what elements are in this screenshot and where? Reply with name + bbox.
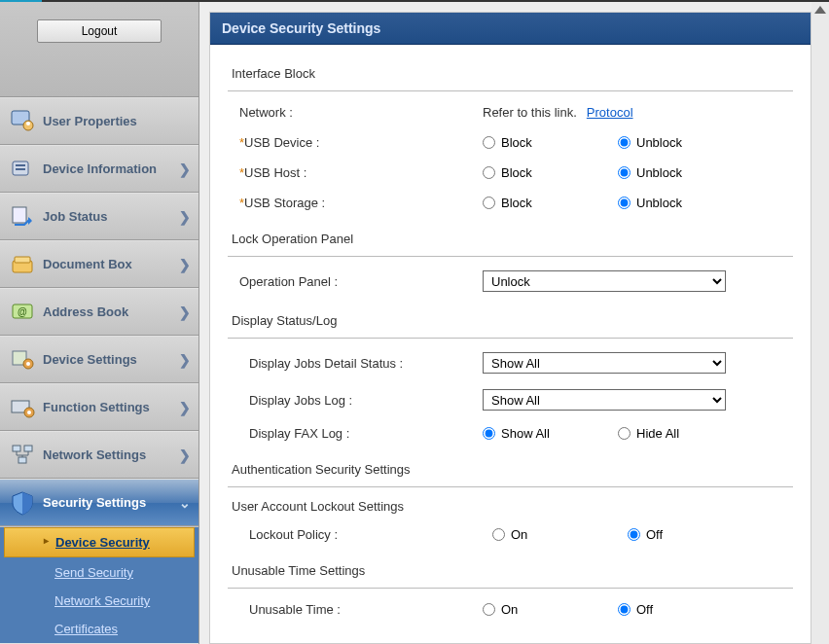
display-fax-log-label: Display FAX Log :	[239, 426, 483, 441]
usb-host-block-radio[interactable]	[483, 166, 495, 179]
display-jobs-detail-select[interactable]: Show All	[483, 352, 726, 374]
display-jobs-log-select[interactable]: Show All	[483, 389, 726, 411]
fax-log-show-all-radio[interactable]	[483, 427, 495, 440]
network-label: Network :	[239, 105, 483, 120]
shield-icon	[8, 488, 37, 518]
svg-point-17	[27, 411, 31, 414]
unusable-time-label: Unusable Time :	[239, 602, 483, 617]
sidebar-item-label: Security Settings	[43, 495, 146, 510]
user-lockout-title: User Account Lockout Settings	[228, 493, 793, 519]
svg-rect-6	[13, 207, 26, 223]
logout-button[interactable]: Logout	[37, 19, 162, 43]
lockout-off-radio[interactable]	[628, 528, 640, 541]
logout-area: Logout	[0, 2, 198, 97]
subnav-device-security[interactable]: Device Security	[4, 527, 195, 557]
chevron-right-icon: ❯	[179, 304, 191, 320]
usb-storage-unblock-radio[interactable]	[618, 197, 631, 209]
svg-marker-7	[28, 217, 32, 225]
scroll-up-icon[interactable]	[814, 6, 826, 14]
chevron-down-icon: ⌄	[179, 495, 191, 511]
protocol-link[interactable]: Protocol	[587, 105, 633, 120]
chevron-right-icon: ❯	[179, 447, 191, 463]
document-box-icon	[8, 250, 37, 279]
svg-rect-5	[16, 168, 25, 170]
section-auth-security: Authentication Security Settings	[228, 448, 793, 487]
fax-log-hide-all-radio[interactable]	[618, 427, 631, 440]
sidebar-item-label: Document Box	[43, 257, 132, 271]
sidebar-item-label: Device Settings	[43, 352, 137, 367]
job-status-icon	[8, 202, 37, 232]
chevron-right-icon: ❯	[179, 257, 191, 272]
svg-rect-18	[13, 446, 20, 451]
unusable-on-radio[interactable]	[483, 603, 495, 616]
section-lock-panel: Lock Operation Panel	[228, 218, 793, 257]
sidebar-item-device-settings[interactable]: Device Settings ❯	[0, 336, 198, 383]
network-settings-icon	[8, 441, 37, 470]
svg-rect-4	[16, 164, 25, 166]
operation-panel-select[interactable]: Unlock	[483, 270, 726, 292]
sidebar-item-user-properties[interactable]: User Properties	[0, 97, 198, 145]
sidebar-item-label: Device Information	[43, 161, 157, 176]
usb-device-label: USB Device :	[244, 135, 319, 150]
chevron-right-icon: ❯	[179, 161, 191, 177]
sidebar-item-security-settings[interactable]: Security Settings ⌄	[0, 479, 198, 526]
section-display-status: Display Status/Log	[228, 300, 793, 339]
chevron-right-icon: ❯	[179, 400, 191, 415]
svg-rect-19	[24, 446, 32, 451]
sidebar-item-function-settings[interactable]: Function Settings ❯	[0, 383, 198, 431]
usb-device-unblock-radio[interactable]	[618, 136, 631, 149]
subnav-network-security[interactable]: Network Security	[0, 587, 198, 615]
section-interface-block: Interface Block	[228, 53, 793, 91]
sidebar-item-label: Address Book	[43, 304, 128, 319]
svg-point-14	[26, 362, 30, 366]
security-subnav: Device Security Send Security Network Se…	[0, 527, 198, 643]
svg-rect-20	[18, 457, 26, 463]
display-jobs-log-label: Display Jobs Log :	[239, 393, 483, 408]
device-settings-icon	[8, 345, 37, 375]
subnav-certificates[interactable]: Certificates	[0, 615, 198, 643]
display-jobs-detail-label: Display Jobs Detail Status :	[239, 356, 483, 371]
lockout-on-radio[interactable]	[492, 528, 505, 541]
sidebar-item-label: User Properties	[43, 114, 137, 128]
usb-storage-block-radio[interactable]	[483, 197, 495, 209]
sidebar: Logout User Properties Device Informatio…	[0, 2, 199, 644]
sidebar-item-address-book[interactable]: @ Address Book ❯	[0, 288, 198, 336]
user-properties-icon	[8, 107, 37, 136]
subnav-send-security[interactable]: Send Security	[0, 558, 198, 587]
section-unusable-time: Unusable Time Settings	[228, 550, 793, 589]
content-panel: Device Security Settings Interface Block…	[209, 12, 811, 644]
address-book-icon: @	[8, 298, 37, 327]
scrollbar[interactable]	[811, 2, 829, 644]
lockout-policy-label: Lockout Policy :	[239, 527, 492, 542]
svg-rect-9	[15, 257, 30, 263]
sidebar-item-document-box[interactable]: Document Box ❯	[0, 240, 198, 288]
chevron-right-icon: ❯	[179, 209, 191, 225]
sidebar-item-label: Function Settings	[43, 400, 150, 414]
usb-host-label: USB Host :	[244, 165, 306, 180]
sidebar-item-network-settings[interactable]: Network Settings ❯	[0, 431, 198, 479]
usb-device-block-radio[interactable]	[483, 136, 495, 149]
sidebar-item-device-information[interactable]: Device Information ❯	[0, 145, 198, 193]
function-settings-icon	[8, 393, 37, 422]
sidebar-item-label: Network Settings	[43, 447, 146, 462]
svg-text:@: @	[18, 306, 27, 317]
page-title: Device Security Settings	[210, 13, 811, 45]
chevron-right-icon: ❯	[179, 352, 191, 368]
svg-point-2	[26, 122, 30, 125]
sidebar-item-job-status[interactable]: Job Status ❯	[0, 193, 198, 240]
unusable-off-radio[interactable]	[618, 603, 631, 616]
usb-storage-label: USB Storage :	[244, 196, 325, 210]
sidebar-item-label: Job Status	[43, 209, 107, 224]
device-information-icon	[8, 155, 37, 184]
operation-panel-label: Operation Panel :	[239, 274, 483, 289]
refer-text: Refer to this link.	[483, 105, 577, 120]
usb-host-unblock-radio[interactable]	[618, 166, 631, 179]
